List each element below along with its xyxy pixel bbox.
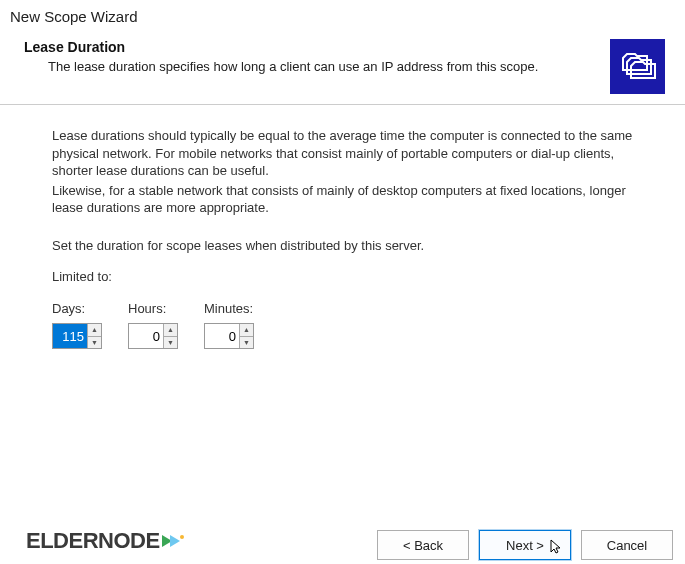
lease-info-paragraph-1: Lease durations should typically be equa… (52, 127, 647, 180)
wizard-icon (610, 39, 665, 94)
days-up-button[interactable]: ▲ (88, 324, 101, 337)
minutes-down-button[interactable]: ▼ (240, 337, 253, 349)
page-title: Lease Duration (24, 39, 600, 55)
days-label: Days: (52, 300, 102, 318)
days-input[interactable] (53, 324, 87, 348)
minutes-spinner[interactable]: ▲ ▼ (204, 323, 254, 349)
duration-fields: Days: ▲ ▼ Hours: ▲ ▼ Minutes: (52, 300, 647, 350)
cancel-button[interactable]: Cancel (581, 530, 673, 560)
cursor-icon (550, 539, 564, 555)
minutes-up-button[interactable]: ▲ (240, 324, 253, 337)
minutes-label: Minutes: (204, 300, 254, 318)
wizard-content: Lease durations should typically be equa… (0, 105, 685, 349)
days-spinner[interactable]: ▲ ▼ (52, 323, 102, 349)
days-down-button[interactable]: ▼ (88, 337, 101, 349)
next-button[interactable]: Next > (479, 530, 571, 560)
lease-info-paragraph-2: Likewise, for a stable network that cons… (52, 182, 647, 217)
hours-up-button[interactable]: ▲ (164, 324, 177, 337)
page-subtitle: The lease duration specifies how long a … (48, 59, 600, 74)
hours-down-button[interactable]: ▼ (164, 337, 177, 349)
limited-to-label: Limited to: (52, 268, 647, 286)
hours-spinner[interactable]: ▲ ▼ (128, 323, 178, 349)
window-title: New Scope Wizard (0, 0, 685, 31)
back-button[interactable]: < Back (377, 530, 469, 560)
folders-icon (617, 46, 659, 88)
wizard-footer: < Back Next > Cancel (0, 524, 685, 564)
wizard-header: Lease Duration The lease duration specif… (0, 31, 685, 105)
lease-instruction: Set the duration for scope leases when d… (52, 237, 647, 255)
hours-label: Hours: (128, 300, 178, 318)
minutes-input[interactable] (205, 324, 239, 348)
hours-input[interactable] (129, 324, 163, 348)
